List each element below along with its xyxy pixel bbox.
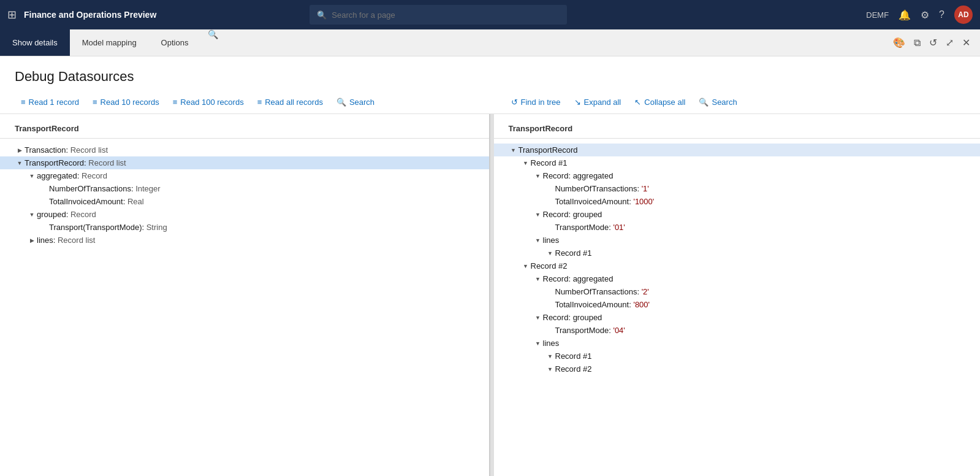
tree-item[interactable]: aggregated: Record (0, 169, 489, 182)
tree-item-label: lines (543, 236, 976, 245)
refresh-icon[interactable]: ↺ (929, 37, 937, 48)
grid-icon[interactable]: ⊞ (7, 8, 17, 21)
top-nav: ⊞ Finance and Operations Preview 🔍 DEMF … (0, 0, 980, 29)
right-tree: TransportRecordRecord #1Record: aggregat… (494, 141, 981, 378)
tree-item[interactable]: NumberOfTransactions: Integer (0, 182, 489, 195)
tree-item-label: Record: aggregated (543, 274, 976, 283)
tree-item[interactable]: NumberOfTransactions: '1' (494, 182, 981, 195)
tree-item[interactable]: lines (494, 337, 981, 350)
left-panel-header: TransportRecord (0, 121, 489, 139)
tree-item-label: Transaction: Record list (25, 145, 484, 155)
page-title: Debug Datasources (15, 69, 965, 85)
split-panel: TransportRecord Transaction: Record list… (0, 114, 980, 476)
tree-item-label: TotalInvoicedAmount: '800' (555, 300, 976, 309)
tree-toggle-icon (509, 147, 518, 153)
tree-item-label: TransportRecord: Record list (25, 158, 484, 167)
tree-item-label: Record #1 (531, 158, 976, 167)
tree-item-label: Record #2 (531, 261, 976, 271)
collapseall-icon: ↖ (634, 98, 641, 107)
page-title-bar: Debug Datasources (0, 56, 980, 91)
tree-item[interactable]: Transport(TransportMode): String (0, 221, 489, 234)
fullscreen-icon[interactable]: ⧉ (914, 37, 921, 48)
tree-item[interactable]: NumberOfTransactions: '2' (494, 285, 981, 298)
avatar[interactable]: AD (954, 6, 973, 24)
tree-toggle-icon (27, 212, 37, 218)
tree-toggle-icon (15, 160, 25, 166)
palette-icon[interactable]: 🎨 (893, 37, 905, 48)
read10-button[interactable]: ≡ Read 10 records (86, 94, 165, 110)
help-icon[interactable]: ? (939, 9, 944, 20)
tree-item[interactable]: lines (494, 234, 981, 247)
tree-toggle-icon (27, 173, 37, 179)
tree-item[interactable]: Record #1 (494, 156, 981, 169)
secondary-search-icon[interactable]: 🔍 (208, 29, 218, 56)
tree-item[interactable]: Record: grouped (494, 311, 981, 324)
read100-icon: ≡ (173, 98, 178, 107)
tree-item[interactable]: TotalInvoicedAmount: '800' (494, 298, 981, 311)
read10-icon: ≡ (93, 98, 97, 107)
left-search-button[interactable]: 🔍 Search (330, 94, 381, 110)
tab-show-details[interactable]: Show details (0, 29, 70, 56)
right-panel: TransportRecord TransportRecordRecord #1… (494, 114, 981, 476)
tree-item-label: NumberOfTransactions: '1' (555, 184, 976, 193)
expandall-icon: ↘ (574, 98, 581, 107)
tree-item[interactable]: TransportRecord: Record list (0, 156, 489, 169)
tree-item[interactable]: Record: aggregated (494, 272, 981, 285)
expand-icon[interactable]: ⤢ (946, 37, 954, 48)
expandall-button[interactable]: ↘ Expand all (568, 94, 628, 110)
tree-toggle-icon (521, 160, 531, 166)
tree-item-label: TotalInvoicedAmount: '1000' (555, 197, 976, 206)
tree-item[interactable]: lines: Record list (0, 234, 489, 247)
tree-item[interactable]: Record #1 (494, 350, 981, 363)
tree-item[interactable]: Record: grouped (494, 208, 981, 221)
tab-model-mapping[interactable]: Model mapping (70, 29, 149, 56)
tree-item-label: aggregated: Record (37, 171, 484, 180)
right-search-icon: 🔍 (699, 98, 708, 107)
tree-item[interactable]: Record #2 (494, 259, 981, 272)
readall-button[interactable]: ≡ Read all records (251, 94, 329, 110)
tree-item[interactable]: TransportRecord (494, 144, 981, 156)
left-search-icon: 🔍 (336, 98, 346, 107)
tree-item-label: Record: grouped (543, 210, 976, 219)
left-tree: Transaction: Record listTransportRecord:… (0, 141, 489, 249)
findtree-button[interactable]: ↺ Find in tree (505, 94, 567, 110)
tree-toggle-icon (27, 237, 37, 244)
tree-item[interactable]: Record #1 (494, 247, 981, 259)
right-search-button[interactable]: 🔍 Search (693, 94, 743, 110)
tree-toggle-icon (533, 276, 543, 282)
collapseall-button[interactable]: ↖ Collapse all (628, 94, 691, 110)
tree-item-label: Record #2 (555, 364, 976, 374)
tab-options[interactable]: Options (149, 29, 201, 56)
tree-item-label: Record: grouped (543, 313, 976, 322)
tree-item-label: Record #1 (555, 248, 976, 258)
tree-item-label: TransportMode: '01' (555, 223, 976, 232)
right-toolbar: ↺ Find in tree ↘ Expand all ↖ Collapse a… (490, 91, 981, 113)
tree-item[interactable]: grouped: Record (0, 208, 489, 221)
read100-button[interactable]: ≡ Read 100 records (167, 94, 250, 110)
top-search-input[interactable] (332, 10, 560, 20)
tree-item-label: NumberOfTransactions: Integer (49, 184, 484, 193)
tree-item[interactable]: TotalInvoicedAmount: '1000' (494, 195, 981, 208)
tree-item[interactable]: TransportMode: '04' (494, 324, 981, 337)
top-search-icon: 🔍 (317, 10, 327, 20)
close-icon[interactable]: ✕ (962, 37, 970, 48)
tree-toggle-icon (521, 263, 531, 269)
tree-toggle-icon (15, 147, 25, 153)
tree-item[interactable]: TotalInvoicedAmount: Real (0, 195, 489, 208)
tree-item[interactable]: Record #2 (494, 363, 981, 375)
read1-button[interactable]: ≡ Read 1 record (15, 94, 85, 110)
tree-toggle-icon (545, 366, 555, 372)
readall-icon: ≡ (257, 98, 262, 107)
notification-icon[interactable]: 🔔 (898, 9, 911, 21)
secondary-nav-right: 🎨 ⧉ ↺ ⤢ ✕ (893, 29, 980, 56)
page-content: Debug Datasources ≡ Read 1 record ≡ Read… (0, 56, 980, 476)
tree-item[interactable]: Record: aggregated (494, 169, 981, 182)
tree-item[interactable]: TransportMode: '01' (494, 221, 981, 234)
settings-icon[interactable]: ⚙ (921, 9, 929, 21)
tree-item-label: TransportRecord (518, 145, 976, 155)
right-panel-header: TransportRecord (494, 121, 981, 139)
tree-item-label: lines (543, 339, 976, 348)
user-code: DEMF (866, 10, 889, 20)
tree-item[interactable]: Transaction: Record list (0, 144, 489, 156)
findtree-icon: ↺ (511, 98, 518, 107)
